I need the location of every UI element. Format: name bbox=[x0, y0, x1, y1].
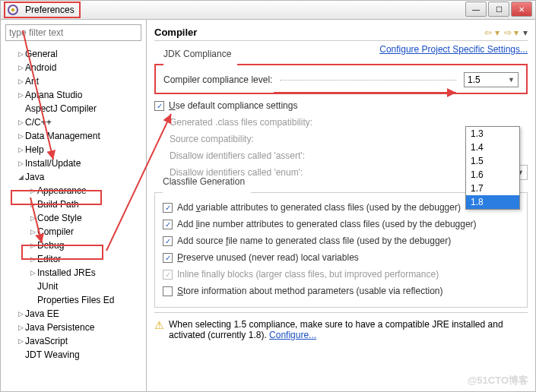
back-icon[interactable]: ⇦ ▾ bbox=[484, 27, 499, 38]
cf-opt5-checkbox: ✓ bbox=[163, 270, 173, 280]
tree-item-jdt-weaving[interactable]: JDT Weaving bbox=[1, 348, 146, 362]
use-default-checkbox[interactable]: ✓ bbox=[154, 101, 164, 111]
window-title: Preferences bbox=[25, 5, 75, 15]
dropdown-option-1-8[interactable]: 1.8 bbox=[466, 195, 519, 209]
compliance-level-value: 1.5 bbox=[468, 74, 480, 85]
tree-item-aspectj-compiler[interactable]: AspectJ Compiler bbox=[1, 102, 146, 115]
window-title-box: Preferences bbox=[4, 2, 81, 18]
compliance-level-label: Compiler compliance level: bbox=[163, 74, 272, 85]
compliance-dropdown[interactable]: 1.31.41.51.61.71.8 bbox=[465, 126, 520, 210]
forward-icon[interactable]: ⇨ ▾ bbox=[504, 27, 519, 38]
configure-project-link[interactable]: Configure Project Specific Settings... bbox=[379, 44, 528, 55]
tree-item-general[interactable]: ▷General bbox=[1, 47, 146, 61]
tree-item-install-update[interactable]: ▷Install/Update bbox=[1, 156, 146, 170]
tree-item-android[interactable]: ▷Android bbox=[1, 61, 146, 74]
titlebar: Preferences — ☐ ✕ bbox=[0, 0, 536, 20]
gen-class-label: Generated .class files compatibility: bbox=[170, 117, 312, 128]
tree-item-junit[interactable]: JUnit bbox=[1, 280, 146, 293]
use-default-row: ✓ Use default compliance settings bbox=[154, 97, 528, 114]
preferences-tree[interactable]: ▷General▷Android▷Ant▷Aptana StudioAspect… bbox=[1, 46, 146, 391]
dropdown-option-1-6[interactable]: 1.6 bbox=[466, 168, 519, 182]
use-default-label[interactable]: Use default compliance settings bbox=[169, 100, 297, 111]
cf-opt2-label[interactable]: Add line number attributes to generated … bbox=[177, 219, 477, 229]
app-icon bbox=[7, 4, 19, 16]
disallow-assert-label: Disallow identifiers called 'assert': bbox=[170, 150, 305, 161]
main-panel: Compiler ⇦ ▾ ⇨ ▾ ▾ Configure Project Spe… bbox=[147, 20, 535, 391]
svg-point-1 bbox=[11, 8, 14, 11]
tree-item-java-persistence[interactable]: ▷Java Persistence bbox=[1, 321, 146, 334]
cf-opt4-label[interactable]: Preserve unused (never read) local varia… bbox=[177, 252, 359, 263]
cf-opt3-checkbox[interactable]: ✓ bbox=[163, 236, 173, 246]
close-button[interactable]: ✕ bbox=[511, 2, 532, 17]
warning-text: When selecting 1.5 compliance, make sure… bbox=[169, 319, 528, 340]
dropdown-option-1-3[interactable]: 1.3 bbox=[466, 127, 519, 141]
compliance-level-combo[interactable]: 1.5 ▼ bbox=[464, 72, 519, 87]
src-compat-label: Source compatibility: bbox=[170, 134, 254, 144]
cf-opt5-label: Inline finally blocks (larger class file… bbox=[177, 269, 439, 280]
dropdown-option-1-4[interactable]: 1.4 bbox=[466, 141, 519, 154]
cf-opt6-checkbox[interactable] bbox=[163, 286, 173, 296]
tree-item-installed-jres[interactable]: ▷Installed JREs bbox=[1, 266, 146, 280]
header: Compiler ⇦ ▾ ⇨ ▾ ▾ bbox=[154, 24, 528, 41]
cf-opt6-label[interactable]: Store information about method parameter… bbox=[177, 286, 443, 296]
tree-item-c-c-[interactable]: ▷C/C++ bbox=[1, 115, 146, 129]
tree-item-compiler[interactable]: ▷Compiler bbox=[1, 225, 146, 239]
configure-jre-link[interactable]: Configure... bbox=[269, 330, 316, 340]
window-controls: — ☐ ✕ bbox=[465, 2, 532, 17]
dropdown-option-1-7[interactable]: 1.7 bbox=[466, 182, 519, 195]
tree-item-debug[interactable]: ▷Debug bbox=[1, 239, 146, 252]
cf-opt1-label[interactable]: Add variable attributes to generated cla… bbox=[177, 202, 461, 213]
chevron-down-icon: ▼ bbox=[508, 76, 515, 84]
warning-row: ⚠ When selecting 1.5 compliance, make su… bbox=[154, 312, 528, 340]
warning-icon: ⚠ bbox=[154, 319, 164, 340]
tree-item-help[interactable]: ▷Help bbox=[1, 143, 146, 156]
page-title: Compiler bbox=[154, 27, 197, 38]
tree-item-build-path[interactable]: ▷Build Path bbox=[1, 198, 146, 211]
dropdown-option-1-5[interactable]: 1.5 bbox=[466, 154, 519, 168]
cf-opt4-checkbox[interactable]: ✓ bbox=[163, 253, 173, 263]
tree-item-java-ee[interactable]: ▷Java EE bbox=[1, 307, 146, 321]
filter-input[interactable] bbox=[5, 24, 141, 41]
tree-item-code-style[interactable]: ▷Code Style bbox=[1, 211, 146, 225]
tree-item-aptana-studio[interactable]: ▷Aptana Studio bbox=[1, 88, 146, 102]
classfile-legend: Classfile Generation bbox=[160, 176, 248, 187]
tree-item-java[interactable]: ◢Java bbox=[1, 170, 146, 184]
tree-item-data-management[interactable]: ▷Data Management bbox=[1, 129, 146, 143]
maximize-button[interactable]: ☐ bbox=[488, 2, 509, 17]
tree-item-javascript[interactable]: ▷JavaScript bbox=[1, 334, 146, 348]
menu-icon[interactable]: ▾ bbox=[523, 27, 528, 38]
jdk-compliance-group: JDK Compliance Compiler compliance level… bbox=[154, 59, 528, 94]
tree-item-properties-files-ed[interactable]: Properties Files Ed bbox=[1, 293, 146, 307]
jdk-group-legend: JDK Compliance bbox=[160, 49, 234, 59]
tree-item-editor[interactable]: ▷Editor bbox=[1, 252, 146, 266]
sidebar: ▷General▷Android▷Ant▷Aptana StudioAspect… bbox=[1, 20, 147, 391]
content: ▷General▷Android▷Ant▷Aptana StudioAspect… bbox=[0, 20, 536, 392]
cf-opt2-checkbox[interactable]: ✓ bbox=[163, 220, 173, 229]
nav-icons: ⇦ ▾ ⇨ ▾ ▾ bbox=[484, 27, 528, 38]
leader-line bbox=[280, 80, 456, 81]
tree-item-appearance[interactable]: ▷Appearance bbox=[1, 184, 146, 198]
cf-opt1-checkbox[interactable]: ✓ bbox=[163, 203, 173, 213]
tree-item-ant[interactable]: ▷Ant bbox=[1, 74, 146, 88]
minimize-button[interactable]: — bbox=[465, 2, 487, 17]
cf-opt3-label[interactable]: Add source file name to generated class … bbox=[177, 236, 451, 246]
